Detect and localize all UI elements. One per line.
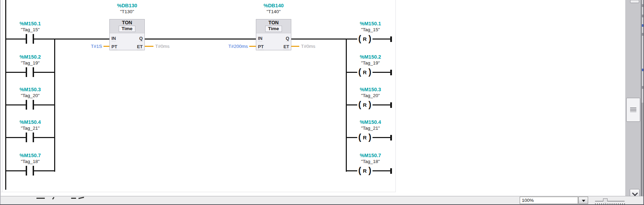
timer-instance[interactable]: %DB130 "T130" [101,3,153,15]
canvas-left-border [2,0,2,192]
coil-letter: R [361,36,368,42]
reset-coil[interactable]: (R) [357,35,373,42]
clipped-toolbar-icon [36,198,45,199]
ton-timer-block[interactable]: TON Time IN Q PT ET [109,19,145,50]
operand-address[interactable]: %M150.1 [4,21,56,27]
operand-tag[interactable]: "Tag_18" [4,159,56,164]
ton-header: TON Time [256,19,291,33]
data-type-selector[interactable]: Time [119,26,135,32]
operand-tag[interactable]: "Tag_20" [344,93,396,99]
coil-paren-right: ) [368,133,371,141]
param-pt[interactable]: PT [258,44,264,50]
coil-paren-left: ( [358,68,361,76]
coil-paren-right: ) [368,35,371,42]
db-name[interactable]: "T130" [101,9,153,15]
et-connector [145,46,153,47]
operand-address[interactable]: %M150.7 [344,153,396,159]
rung-end-tick [390,70,392,75]
contact-operand[interactable]: %M150.3 "Tag_20" [4,87,56,99]
reset-coil[interactable]: (R) [357,68,373,76]
param-pt[interactable]: PT [111,44,117,50]
et-output-value[interactable]: T#0ms [155,44,169,49]
param-et[interactable]: ET [283,44,289,50]
pt-connector [103,46,109,47]
reset-coil[interactable]: (R) [357,101,373,108]
rung-end-tick [390,168,392,174]
reset-coil[interactable]: (R) [357,133,373,141]
contact-operand[interactable]: %M150.4 "Tag_21" [4,119,56,131]
scrollbar-down-icon [632,190,638,196]
rung-wire [145,39,256,40]
coil-letter: R [361,69,368,75]
no-contact[interactable] [26,100,34,110]
scrollbar-thumb[interactable] [626,98,640,122]
no-contact[interactable] [26,67,34,77]
window-edge-left [0,0,1,205]
db-address[interactable]: %DB140 [248,3,300,9]
clipped-toolbar-icon [71,198,76,199]
operand-address[interactable]: %M150.3 [344,87,396,93]
rung-end-tick [390,102,392,108]
db-address[interactable]: %DB130 [101,3,153,9]
pt-input-value[interactable]: T#200ms [216,44,248,49]
param-et[interactable]: ET [137,44,143,50]
zoom-dropdown-arrow-icon [582,200,585,202]
et-output-value[interactable]: T#0ms [301,44,315,49]
coil-paren-left: ( [358,101,361,108]
ton-timer-block[interactable]: TON Time IN Q PT ET [256,19,291,50]
no-contact[interactable] [26,34,34,44]
coil-paren-left: ( [358,166,361,174]
operand-address[interactable]: %M150.3 [4,87,56,93]
param-in[interactable]: IN [258,36,262,42]
pt-connector [249,46,256,47]
coil-operand[interactable]: %M150.1 "Tag_15" [344,21,396,33]
coil-paren-right: ) [368,166,371,174]
operand-address[interactable]: %M150.2 [344,54,396,60]
coil-operand[interactable]: %M150.7 "Tag_18" [344,153,396,164]
param-q[interactable]: Q [139,36,143,42]
pt-input-value[interactable]: T#1S [73,44,102,49]
scrollbar-up-button[interactable] [630,0,639,3]
rung-wire [5,39,109,40]
rung-end-tick [390,36,392,42]
zoom-slider-track[interactable] [595,201,625,202]
param-in[interactable]: IN [111,36,116,42]
coil-paren-right: ) [368,68,371,76]
operand-tag[interactable]: "Tag_20" [4,93,56,99]
reset-coil[interactable]: (R) [357,166,373,174]
operand-tag[interactable]: "Tag_19" [4,60,56,66]
data-type-selector[interactable]: Time [265,26,282,32]
contact-operand[interactable]: %M150.7 "Tag_18" [4,153,56,164]
contact-operand[interactable]: %M150.1 "Tag_15" [4,21,56,33]
operand-address[interactable]: %M150.4 [4,119,56,125]
db-name[interactable]: "T140" [248,9,300,15]
rung-wire [291,39,392,40]
coil-operand[interactable]: %M150.3 "Tag_20" [344,87,396,99]
operand-tag[interactable]: "Tag_19" [344,60,396,66]
coil-operand[interactable]: %M150.2 "Tag_19" [344,54,396,66]
operand-tag[interactable]: "Tag_15" [344,27,396,33]
contact-operand[interactable]: %M150.2 "Tag_19" [4,54,56,66]
coil-paren-left: ( [358,35,361,42]
instruction-name: TON [110,19,144,25]
coil-letter: R [361,135,368,140]
timer-instance[interactable]: %DB140 "T140" [248,3,300,15]
no-contact[interactable] [26,133,34,142]
coil-letter: R [361,102,368,108]
coil-letter: R [361,168,368,174]
operand-tag[interactable]: "Tag_21" [344,125,396,131]
zoom-dropdown-button[interactable] [578,197,588,204]
network-canvas[interactable] [0,0,396,192]
operand-address[interactable]: %M150.1 [344,21,396,27]
coil-operand[interactable]: %M150.4 "Tag_21" [344,119,396,131]
param-q[interactable]: Q [286,36,289,42]
operand-address[interactable]: %M150.4 [344,119,396,125]
operand-address[interactable]: %M150.7 [4,153,56,159]
operand-address[interactable]: %M150.2 [4,54,56,60]
operand-tag[interactable]: "Tag_15" [4,27,56,33]
zoom-level-input[interactable]: 100% [520,197,578,204]
instruction-name: TON [256,19,291,25]
operand-tag[interactable]: "Tag_21" [4,125,56,131]
no-contact[interactable] [26,166,34,176]
operand-tag[interactable]: "Tag_18" [344,159,396,164]
